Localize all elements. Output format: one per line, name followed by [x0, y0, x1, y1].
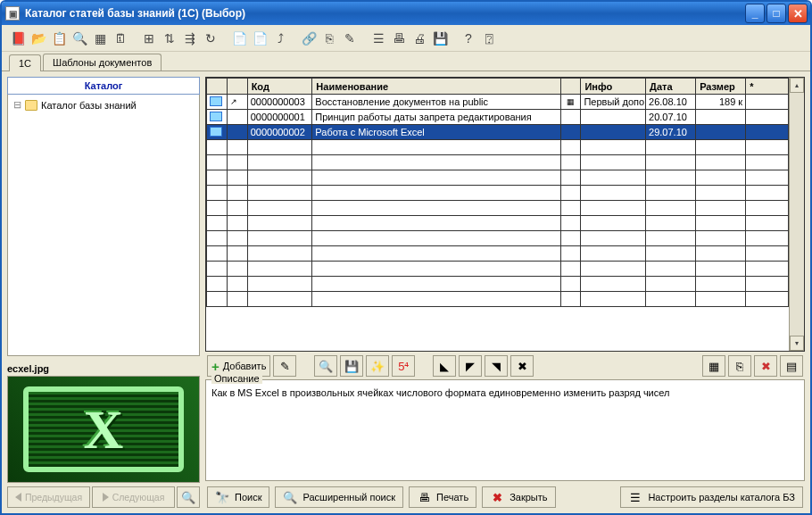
- printer-icon: 🖶: [417, 490, 431, 504]
- print-button[interactable]: 🖶 Печать: [409, 486, 476, 508]
- toolbar-save-icon[interactable]: 💾: [431, 29, 449, 47]
- articles-grid[interactable]: Код Наименование Инфо Дата Размер * ↗000…: [206, 78, 789, 307]
- toolbar-calendar-icon[interactable]: 🗓: [112, 29, 129, 47]
- mark1-button[interactable]: ◣: [433, 355, 456, 377]
- toolbar-refresh-icon[interactable]: ↻: [202, 29, 220, 47]
- zoom-button[interactable]: 🔍: [314, 355, 337, 377]
- left-panel: Каталог ⊟ Каталог базы знаний ecxel.jpg …: [7, 77, 200, 508]
- toolbar-table-icon[interactable]: ▦: [91, 29, 109, 47]
- grid-scroll[interactable]: Код Наименование Инфо Дата Размер * ↗000…: [206, 78, 789, 351]
- preview-button[interactable]: ▦: [702, 355, 725, 377]
- toolbar-link-icon[interactable]: 🔗: [300, 29, 318, 47]
- titlebar[interactable]: ▣ Каталог статей базы знаний (1C) (Выбор…: [2, 2, 810, 25]
- table-row[interactable]: [207, 155, 789, 170]
- toolbar-form-icon[interactable]: 📋: [50, 29, 68, 47]
- toolbar-folder-open-icon[interactable]: 📂: [29, 29, 47, 47]
- table-row[interactable]: [207, 246, 789, 262]
- toolbar-print-icon[interactable]: 🖶: [390, 29, 408, 47]
- toolbar-print2-icon[interactable]: 🖨: [410, 29, 428, 47]
- next-image-button[interactable]: Следующая: [92, 486, 175, 508]
- grid-header-flag[interactable]: [227, 79, 247, 95]
- advanced-search-button[interactable]: 🔍 Расширенный поиск: [275, 486, 403, 508]
- toolbar-copy-icon[interactable]: ⎘: [320, 29, 338, 47]
- excel-thumbnail-icon: X: [23, 386, 184, 472]
- close-icon: ✖: [490, 490, 504, 504]
- scroll-up-button[interactable]: ▴: [790, 78, 804, 93]
- clear-mark-button[interactable]: ✖: [510, 355, 534, 377]
- close-window-button[interactable]: ✕: [788, 4, 808, 23]
- table-row[interactable]: 0000000002Работа с Microsoft Excel29.07.…: [207, 125, 789, 140]
- description-box: Описание Как в MS Excel в произвольных я…: [205, 379, 805, 481]
- grid-header-mark[interactable]: [207, 79, 228, 95]
- toolbar-doc2-icon[interactable]: 📄: [251, 29, 269, 47]
- magnifier-icon: 🔍: [181, 490, 195, 504]
- save-button[interactable]: 💾: [340, 355, 363, 377]
- folder-icon: [25, 100, 37, 111]
- table-row[interactable]: [207, 277, 789, 292]
- description-text[interactable]: Как в MS Excel в произвольных ячейках чи…: [206, 380, 804, 480]
- delete-icon: ✖: [758, 359, 773, 373]
- new-doc-button[interactable]: ✨: [366, 355, 389, 377]
- toolbar-list-icon[interactable]: ☰: [369, 29, 387, 47]
- table-row[interactable]: [207, 140, 789, 155]
- table-row[interactable]: [207, 216, 789, 231]
- window-title: Каталог статей базы знаний (1C) (Выбор): [25, 7, 245, 20]
- mid-toolbar: + Добавить ✎ 🔍 💾 ✨ 5⁴ ◣ ◤ ◥ ✖ ▦ ⎘ ✖ ▤: [205, 352, 805, 378]
- table-row[interactable]: [207, 201, 789, 216]
- table-row[interactable]: 0000000001Принцип работы даты запрета ре…: [207, 110, 789, 125]
- toolbar-edit-icon[interactable]: ✎: [341, 29, 359, 47]
- mark2-button[interactable]: ◤: [459, 355, 482, 377]
- toolbar-book-icon[interactable]: 📕: [9, 29, 27, 47]
- grid-header-size[interactable]: Размер: [696, 79, 746, 95]
- thumbnail-preview[interactable]: X: [7, 376, 200, 483]
- toolbar-hierarchy-icon[interactable]: ⇶: [181, 29, 199, 47]
- toolbar-tree-icon[interactable]: ⊞: [140, 29, 158, 47]
- mark3-button[interactable]: ◥: [485, 355, 508, 377]
- table-row[interactable]: [207, 186, 789, 201]
- vertical-scrollbar[interactable]: ▴ ▾: [789, 78, 804, 351]
- scroll-down-button[interactable]: ▾: [790, 336, 804, 351]
- grid-header-name[interactable]: Наименование: [312, 79, 560, 95]
- toolbar-export-icon[interactable]: ⤴: [271, 29, 289, 47]
- grid-header-icon2[interactable]: [560, 79, 581, 95]
- delete-button[interactable]: ✖: [754, 355, 777, 377]
- search-button[interactable]: 🔭 Поиск: [207, 486, 269, 508]
- catalog-tree[interactable]: ⊟ Каталог базы знаний: [7, 95, 200, 356]
- copy-icon: ⎘: [733, 359, 747, 373]
- magnifier-icon: 🔍: [283, 490, 297, 504]
- toolbar-whatsthis-icon[interactable]: ⍰: [480, 29, 498, 47]
- toolbar-help-icon[interactable]: ?: [460, 29, 477, 47]
- table-row[interactable]: [207, 170, 789, 186]
- table-row[interactable]: ↗0000000003Восстановление документов на …: [207, 95, 789, 110]
- close-button[interactable]: ✖ Закрыть: [482, 486, 555, 508]
- toolbar-find-doc-icon[interactable]: 🔍: [70, 29, 88, 47]
- grid-header-date[interactable]: Дата: [646, 79, 696, 95]
- stats-icon: 5⁴: [396, 359, 410, 373]
- stats-button[interactable]: 5⁴: [392, 355, 415, 377]
- props-button[interactable]: ▤: [780, 355, 803, 377]
- preview-icon: ▦: [707, 359, 721, 373]
- scroll-track[interactable]: [790, 93, 804, 336]
- table-row[interactable]: [207, 231, 789, 246]
- grid-header-info[interactable]: Инфо: [581, 79, 646, 95]
- tab-1c[interactable]: 1С: [9, 54, 41, 71]
- tab-templates[interactable]: Шаблоны документов: [43, 54, 162, 71]
- configure-sections-button[interactable]: ☰ Настроить разделы каталога БЗ: [620, 486, 803, 508]
- edit-button[interactable]: ✎: [273, 355, 296, 377]
- table-row[interactable]: [207, 292, 789, 307]
- copy2-button[interactable]: ⎘: [728, 355, 751, 377]
- toolbar-sort-icon[interactable]: ⇅: [161, 29, 178, 47]
- maximize-button[interactable]: □: [766, 4, 786, 23]
- toolbar-doc1-icon[interactable]: 📄: [230, 29, 248, 47]
- sparkle-doc-icon: ✨: [370, 359, 385, 373]
- zoom-image-button[interactable]: 🔍: [177, 486, 200, 508]
- prev-image-button[interactable]: Предыдущая: [7, 486, 90, 508]
- props-icon: ▤: [784, 359, 799, 373]
- tree-item-root[interactable]: ⊟ Каталог базы знаний: [12, 98, 195, 112]
- flag2-icon: ◤: [463, 359, 477, 373]
- minimize-button[interactable]: _: [745, 4, 765, 23]
- grid-header-star[interactable]: *: [746, 79, 789, 95]
- grid-header-code[interactable]: Код: [247, 79, 312, 95]
- table-row[interactable]: [207, 262, 789, 277]
- bottom-toolbar: 🔭 Поиск 🔍 Расширенный поиск 🖶 Печать ✖ З…: [205, 481, 805, 508]
